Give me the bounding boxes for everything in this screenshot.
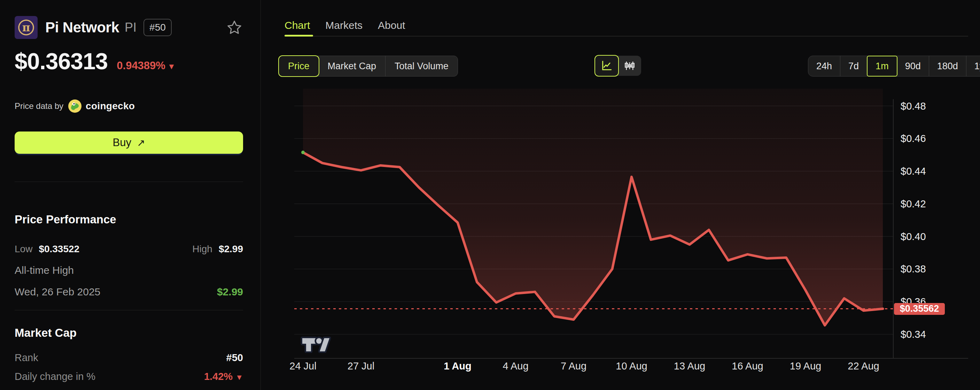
x-axis-label: 27 Jul [348, 360, 374, 371]
range-1m-button[interactable]: 1m [867, 55, 897, 76]
tab-about[interactable]: About [378, 19, 405, 37]
metric-price-button[interactable]: Price [278, 55, 319, 77]
x-axis-label: 7 Aug [561, 360, 587, 371]
chart-panel: $0.48$0.46$0.44$0.42$0.40$0.38$0.36$0.34… [261, 0, 980, 390]
y-axis-label: $0.40 [900, 231, 926, 242]
x-axis-label: 16 Aug [732, 360, 763, 371]
tradingview-watermark-icon[interactable] [299, 335, 331, 355]
price-area [303, 89, 883, 325]
y-axis-label: $0.48 [900, 101, 926, 112]
tab-markets[interactable]: Markets [325, 19, 363, 37]
metric-toggle-group: Price Market Cap Total Volume [278, 55, 458, 76]
range-7d-button[interactable]: 7d [840, 56, 867, 76]
tab-bar-divider [285, 36, 968, 36]
line-chart-button[interactable] [595, 55, 619, 76]
y-axis-label: $0.42 [900, 198, 926, 209]
y-axis-label: $0.34 [900, 329, 926, 340]
chart-type-toggle-group [595, 55, 641, 76]
series-start-dot [301, 151, 305, 154]
candlestick-icon [624, 60, 636, 72]
active-tab-underline [285, 35, 313, 36]
current-price-tag: $0.35562 [894, 303, 945, 315]
metric-total-volume-button[interactable]: Total Volume [385, 56, 458, 76]
time-range-group: 24h 7d 1m 90d 180d 1y all [808, 55, 980, 76]
line-chart-icon [601, 60, 612, 72]
x-axis-label: 4 Aug [503, 360, 528, 371]
x-axis-label: 19 Aug [790, 360, 821, 371]
y-axis-label: $0.44 [900, 166, 926, 177]
x-axis-label: 10 Aug [616, 360, 647, 371]
range-1y-button[interactable]: 1y [966, 56, 980, 76]
tab-bar: Chart Markets About [285, 19, 405, 37]
tab-chart[interactable]: Chart [285, 19, 310, 37]
x-axis-label: 1 Aug [444, 360, 471, 371]
candlestick-chart-button[interactable] [618, 55, 641, 76]
metric-market-cap-button[interactable]: Market Cap [319, 56, 386, 76]
x-axis-label: 13 Aug [674, 360, 705, 371]
range-180d-button[interactable]: 180d [929, 56, 966, 76]
range-24h-button[interactable]: 24h [808, 56, 840, 76]
y-axis-label: $0.38 [900, 263, 926, 274]
y-axis-label: $0.46 [900, 133, 926, 144]
x-axis-label: 22 Aug [848, 360, 879, 371]
x-axis-label: 24 Jul [290, 360, 316, 371]
range-90d-button[interactable]: 90d [897, 56, 929, 76]
